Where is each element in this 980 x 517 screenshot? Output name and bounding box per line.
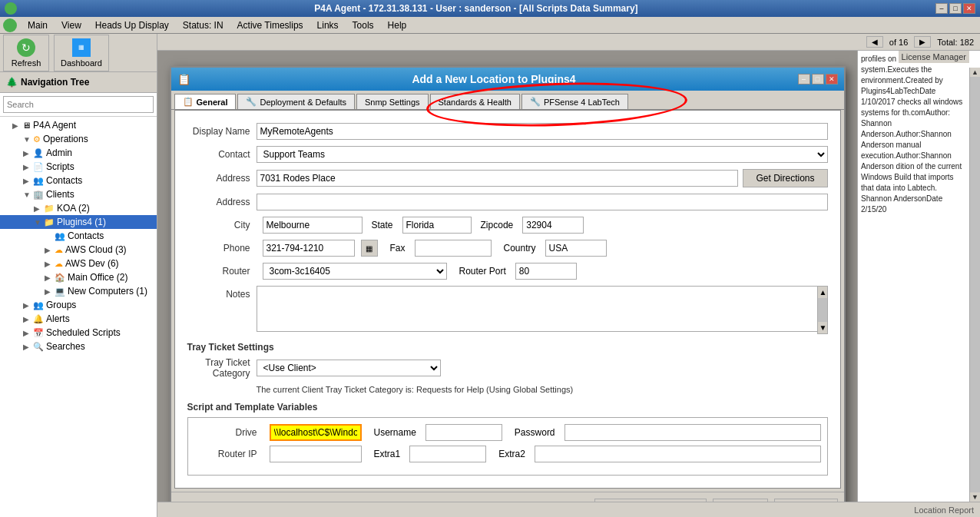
add-new-button[interactable]: Add New [774, 499, 838, 502]
tab-standards[interactable]: Standards & Health [430, 94, 520, 109]
modal-minimize-button[interactable]: – [798, 74, 810, 85]
menu-bar: Main View Heads Up Display Status: IN Ac… [0, 17, 980, 34]
tab-general[interactable]: 📋 General [174, 94, 237, 109]
tab-snmp[interactable]: Snmp Settings [356, 94, 429, 109]
extra2-label: Extra2 [492, 449, 528, 459]
expand-icon: ▶ [23, 343, 31, 351]
city-input[interactable] [263, 217, 363, 234]
contact-label: Contact [187, 149, 257, 160]
sidebar-item-groups[interactable]: ▶ 👥 Groups [0, 298, 157, 312]
router-port-input[interactable] [515, 263, 577, 280]
drive-input[interactable] [270, 424, 362, 441]
state-input[interactable] [402, 217, 472, 234]
tab-deployment[interactable]: 🔧 Deployment & Defaults [237, 94, 355, 109]
menu-status[interactable]: Status: IN [177, 18, 230, 32]
country-input[interactable] [545, 240, 607, 257]
next-page-button[interactable]: ▶ [914, 36, 931, 48]
extra1-label: Extra1 [368, 449, 404, 459]
cancel-button[interactable]: Cancel [713, 499, 767, 502]
username-input[interactable] [425, 424, 502, 441]
prev-page-button[interactable]: ◀ [866, 36, 883, 48]
username-label: Username [368, 427, 419, 438]
address2-label: Address [187, 197, 257, 207]
sidebar-item-new-computers[interactable]: ▶ 💻 New Computers (1) [0, 284, 157, 298]
menu-active-timeslips[interactable]: Active Timeslips [231, 18, 310, 32]
sidebar-item-aws-dev[interactable]: ▶ ☁ AWS Dev (6) [0, 257, 157, 270]
notes-textarea[interactable] [257, 286, 828, 332]
sidebar-item-plugins4[interactable]: ▼ 📁 Plugins4 (1) [0, 215, 157, 229]
sidebar-item-contacts[interactable]: ▶ 👥 Contacts [0, 174, 157, 187]
menu-heads-up-display[interactable]: Heads Up Display [89, 18, 175, 32]
modal-maximize-button[interactable]: □ [812, 74, 824, 85]
status-bar: Location Report [157, 502, 980, 517]
aws-dev-icon: ☁ [55, 259, 63, 269]
sidebar-item-searches[interactable]: ▶ 🔍 Searches [0, 340, 157, 353]
expand-icon: ▶ [23, 329, 31, 337]
display-name-input[interactable] [257, 123, 828, 140]
expand-icon: ▶ [23, 301, 31, 310]
phone-input[interactable] [263, 240, 355, 257]
right-panel: ▲ ▼ profiles on the system.Executes the … [857, 51, 980, 502]
display-name-row: Display Name [187, 123, 828, 140]
menu-links[interactable]: Links [311, 18, 345, 32]
alerts-icon: 🔔 [33, 314, 44, 324]
right-scroll-up[interactable]: ▲ [970, 68, 980, 77]
content-area: 📋 Add a New Location to Plugins4 – □ ✕ [157, 51, 857, 502]
zipcode-input[interactable] [522, 217, 584, 234]
sidebar-item-contacts-sub[interactable]: 👥 Contacts [0, 229, 157, 243]
modal-overlay: 📋 Add a New Location to Plugins4 – □ ✕ [157, 51, 857, 502]
sidebar-item-operations[interactable]: ▼ ⚙ Operations [0, 132, 157, 146]
sidebar-item-scripts[interactable]: ▶ 📄 Scripts [0, 160, 157, 174]
search-input[interactable] [3, 96, 154, 113]
get-directions-button[interactable]: Get Directions [743, 169, 827, 187]
zipcode-label: Zipcode [478, 220, 517, 230]
tray-ticket-category-select[interactable]: <Use Client> [257, 360, 441, 376]
expand-icon: ▶ [45, 260, 52, 268]
app-logo-icon [3, 18, 17, 32]
sidebar-item-aws-cloud[interactable]: ▶ ☁ AWS Cloud (3) [0, 243, 157, 257]
sidebar-item-main-office[interactable]: ▶ 🏠 Main Office (2) [0, 270, 157, 284]
minimize-button[interactable]: – [935, 3, 948, 14]
sidebar-item-koa[interactable]: ▶ 📁 KOA (2) [0, 201, 157, 215]
password-input[interactable] [564, 424, 821, 441]
print-location-report-button[interactable]: Print Location Report [594, 499, 707, 502]
maximize-button[interactable]: □ [949, 3, 962, 14]
phone-dialpad-icon[interactable]: ▦ [361, 240, 378, 257]
title-bar-text: P4A Agent - 172.31.38.131 - User : sande… [17, 3, 935, 14]
menu-main[interactable]: Main [22, 18, 54, 32]
fax-input[interactable] [415, 240, 492, 257]
pfsense-tab-icon: 🔧 [530, 97, 541, 107]
expand-icon: ▶ [34, 204, 41, 213]
search-box [0, 93, 157, 117]
sidebar-item-alerts[interactable]: ▶ 🔔 Alerts [0, 312, 157, 326]
router-ip-input[interactable] [270, 446, 362, 462]
right-scroll-down[interactable]: ▼ [970, 492, 980, 502]
sidebar-item-p4a-agent[interactable]: ▶ 🖥 P4A Agent [0, 118, 157, 132]
extra2-input[interactable] [535, 446, 821, 462]
sidebar-item-admin[interactable]: ▶ 👤 Admin [0, 146, 157, 160]
menu-help[interactable]: Help [382, 18, 413, 32]
refresh-button[interactable]: ↻ Refresh [3, 35, 49, 71]
tab-pfsense[interactable]: 🔧 PFSense 4 LabTech [521, 94, 628, 109]
scheduled-scripts-icon: 📅 [33, 328, 44, 338]
navigation-tree-icon: 🌲 [6, 77, 18, 88]
menu-tools[interactable]: Tools [346, 18, 380, 32]
modal-dialog: 📋 Add a New Location to Plugins4 – □ ✕ [170, 66, 846, 502]
app-icon-small [5, 2, 17, 15]
dashboard-button[interactable]: ▦ Dashboard [54, 35, 109, 71]
menu-view[interactable]: View [55, 18, 88, 32]
extra1-input[interactable] [409, 446, 486, 462]
sidebar-item-clients[interactable]: ▼ 🏢 Clients [0, 187, 157, 201]
close-button[interactable]: ✕ [963, 3, 975, 14]
notes-scroll-up[interactable]: ▲ [818, 287, 827, 298]
address2-input[interactable] [257, 194, 828, 210]
sidebar-item-scheduled-scripts[interactable]: ▶ 📅 Scheduled Scripts [0, 326, 157, 340]
router-select[interactable]: 3com-3c16405 [263, 263, 447, 280]
total-info: Total: 182 [937, 38, 974, 47]
expand-icon: ▶ [45, 287, 52, 296]
notes-scroll-down[interactable]: ▼ [818, 322, 827, 333]
modal-close-button[interactable]: ✕ [826, 74, 838, 85]
contact-select[interactable]: Support Teams [257, 146, 828, 163]
notes-label: Notes [187, 286, 257, 300]
address1-input[interactable] [257, 170, 739, 187]
